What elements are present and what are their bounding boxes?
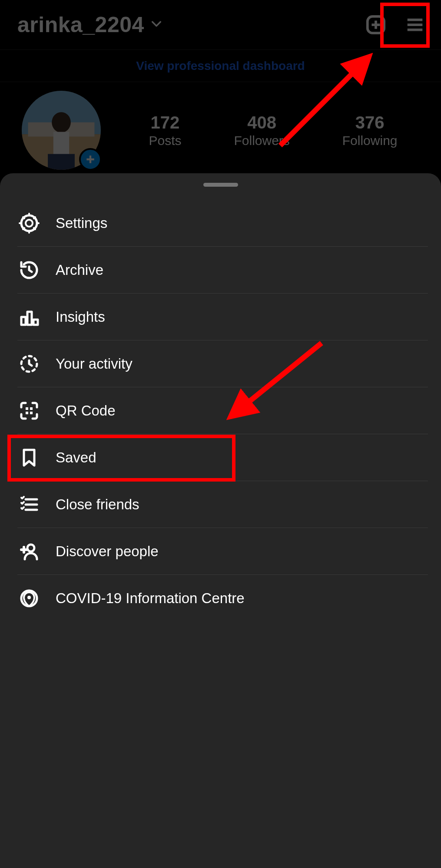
create-button[interactable] — [363, 12, 389, 38]
following-stat[interactable]: 376 Following — [342, 113, 398, 148]
posts-stat[interactable]: 172 Posts — [149, 113, 181, 148]
discover-people-icon — [17, 540, 41, 563]
menu-item-activity[interactable]: Your activity — [17, 340, 428, 387]
qr-icon — [17, 399, 41, 422]
posts-count: 172 — [149, 113, 181, 132]
followers-label: Followers — [234, 133, 289, 148]
svg-point-8 — [26, 220, 33, 227]
sheet-grabber[interactable] — [203, 183, 238, 187]
menu-item-archive[interactable]: Archive — [17, 247, 428, 294]
menu-item-qr[interactable]: QR Code — [17, 387, 428, 434]
menu-item-covid[interactable]: COVID-19 Information Centre — [17, 575, 428, 622]
svg-point-19 — [27, 596, 31, 599]
settings-icon — [17, 211, 41, 235]
svg-rect-15 — [26, 412, 28, 414]
svg-rect-16 — [30, 412, 33, 414]
svg-rect-6 — [48, 154, 75, 170]
menu-label: QR Code — [56, 403, 116, 419]
posts-label: Posts — [149, 133, 181, 148]
following-count: 376 — [342, 113, 398, 132]
menu-label: Settings — [56, 215, 107, 231]
svg-rect-13 — [26, 407, 28, 410]
following-label: Following — [342, 133, 398, 148]
menu-label: Discover people — [56, 543, 159, 560]
chevron-down-icon[interactable] — [150, 18, 162, 32]
menu-item-saved[interactable]: Saved — [17, 434, 428, 481]
add-story-badge[interactable] — [79, 148, 102, 171]
svg-rect-5 — [53, 132, 69, 156]
svg-rect-11 — [33, 320, 38, 325]
menu-label: COVID-19 Information Centre — [56, 590, 245, 607]
menu-item-close-friends[interactable]: Close friends — [17, 481, 428, 528]
menu-item-settings[interactable]: Settings — [17, 200, 428, 247]
professional-dashboard-link[interactable]: View professional dashboard — [0, 50, 441, 82]
profile-background: arinka_2204 View professional dashboard — [0, 0, 441, 183]
svg-point-17 — [27, 545, 34, 551]
menu-sheet: Settings Archive Insights Your activity — [0, 173, 441, 868]
svg-rect-10 — [27, 312, 32, 325]
menu-label: Your activity — [56, 356, 133, 372]
svg-rect-14 — [30, 407, 33, 410]
activity-icon — [17, 352, 41, 376]
covid-info-icon — [17, 587, 41, 610]
professional-dashboard-label: View professional dashboard — [136, 59, 305, 73]
hamburger-menu-button[interactable] — [402, 12, 428, 38]
saved-icon — [17, 446, 41, 469]
avatar[interactable] — [22, 91, 101, 170]
profile-header: arinka_2204 — [0, 0, 441, 50]
svg-point-4 — [52, 112, 71, 132]
menu-item-insights[interactable]: Insights — [17, 294, 428, 340]
followers-stat[interactable]: 408 Followers — [234, 113, 289, 148]
menu-item-discover[interactable]: Discover people — [17, 528, 428, 575]
menu-label: Close friends — [56, 496, 139, 513]
menu-label: Saved — [56, 449, 96, 466]
svg-rect-9 — [21, 317, 26, 325]
close-friends-icon — [17, 493, 41, 516]
followers-count: 408 — [234, 113, 289, 132]
insights-icon — [17, 305, 41, 329]
username-label[interactable]: arinka_2204 — [17, 12, 144, 37]
menu-label: Insights — [56, 309, 105, 325]
archive-icon — [17, 258, 41, 282]
menu-label: Archive — [56, 262, 103, 278]
profile-stats-row: 172 Posts 408 Followers 376 Following — [0, 82, 441, 183]
